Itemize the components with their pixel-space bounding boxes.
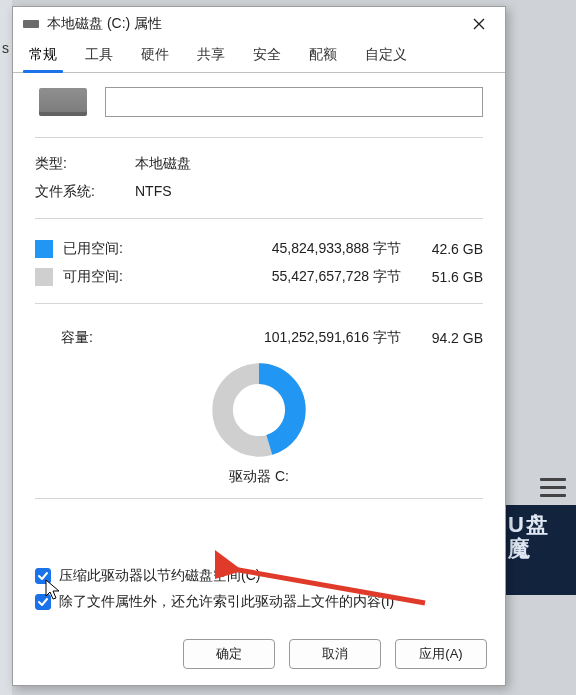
properties-dialog: 本地磁盘 (C:) 属性 常规 工具 硬件 共享 安全 配额 自定义 类型: 本… [12, 6, 506, 686]
separator [35, 137, 483, 138]
filesystem-label: 文件系统: [35, 183, 135, 201]
background-letter: s [2, 40, 9, 56]
background-strip [0, 0, 12, 695]
ok-button[interactable]: 确定 [183, 639, 275, 669]
used-label: 已用空间: [63, 240, 151, 258]
drive-icon [23, 20, 39, 28]
apply-button[interactable]: 应用(A) [395, 639, 487, 669]
background-banner: U盘 魔 [504, 505, 576, 595]
tab-content-general: 类型: 本地磁盘 文件系统: NTFS 已用空间: 45,824,933,888… [13, 73, 505, 627]
free-bytes: 55,427,657,728 字节 [151, 268, 413, 286]
free-human: 51.6 GB [413, 269, 483, 285]
drive-caption: 驱动器 C: [229, 468, 289, 486]
hamburger-icon [540, 478, 566, 497]
used-bytes: 45,824,933,888 字节 [151, 240, 413, 258]
check-icon [37, 570, 49, 582]
free-label: 可用空间: [63, 268, 151, 286]
tab-tools[interactable]: 工具 [81, 42, 117, 72]
index-checkbox[interactable] [35, 594, 51, 610]
separator [35, 303, 483, 304]
tab-sharing[interactable]: 共享 [193, 42, 229, 72]
drive-name-input[interactable] [105, 87, 483, 117]
capacity-human: 94.2 GB [413, 330, 483, 346]
close-button[interactable] [457, 9, 501, 39]
cancel-button[interactable]: 取消 [289, 639, 381, 669]
svg-point-2 [234, 385, 284, 435]
tab-general[interactable]: 常规 [25, 42, 61, 72]
type-value: 本地磁盘 [135, 155, 483, 173]
tab-security[interactable]: 安全 [249, 42, 285, 72]
drive-large-icon [39, 88, 87, 116]
index-label: 除了文件属性外，还允许索引此驱动器上文件的内容(I) [59, 593, 394, 611]
used-human: 42.6 GB [413, 241, 483, 257]
close-icon [473, 18, 485, 30]
usage-donut-chart [211, 362, 307, 458]
tab-hardware[interactable]: 硬件 [137, 42, 173, 72]
tab-strip: 常规 工具 硬件 共享 安全 配额 自定义 [13, 41, 505, 73]
free-swatch-icon [35, 268, 53, 286]
tab-custom[interactable]: 自定义 [361, 42, 411, 72]
tab-quota[interactable]: 配额 [305, 42, 341, 72]
capacity-label: 容量: [35, 329, 135, 347]
capacity-bytes: 101,252,591,616 字节 [135, 329, 413, 347]
options-block: 压缩此驱动器以节约磁盘空间(C) 除了文件属性外，还允许索引此驱动器上文件的内容… [35, 549, 483, 619]
dialog-buttons: 确定 取消 应用(A) [13, 627, 505, 685]
filesystem-value: NTFS [135, 183, 483, 201]
separator [35, 498, 483, 499]
usage-block: 已用空间: 45,824,933,888 字节 42.6 GB 可用空间: 55… [35, 235, 483, 291]
titlebar: 本地磁盘 (C:) 属性 [13, 7, 505, 41]
compress-label: 压缩此驱动器以节约磁盘空间(C) [59, 567, 260, 585]
separator [35, 218, 483, 219]
type-label: 类型: [35, 155, 135, 173]
compress-checkbox[interactable] [35, 568, 51, 584]
window-title: 本地磁盘 (C:) 属性 [47, 15, 457, 33]
used-swatch-icon [35, 240, 53, 258]
check-icon [37, 596, 49, 608]
